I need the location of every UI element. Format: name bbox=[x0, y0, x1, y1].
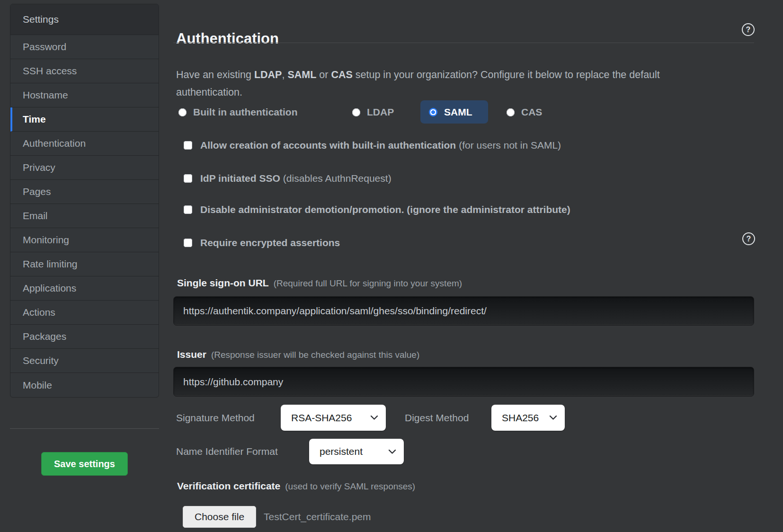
chevron-down-icon bbox=[549, 415, 557, 420]
checkbox-row-disable-admin-demotion: Disable administrator demotion/promotion… bbox=[184, 204, 573, 216]
radio-label[interactable]: LDAP bbox=[367, 106, 394, 118]
save-settings-button[interactable]: Save settings bbox=[41, 452, 128, 476]
issuer-input[interactable] bbox=[173, 367, 754, 397]
sidebar-item-pages[interactable]: Pages bbox=[10, 180, 159, 204]
chevron-down-icon bbox=[370, 415, 378, 420]
sidebar-item-password[interactable]: Password bbox=[10, 35, 159, 59]
digest-method-select[interactable]: SHA256 bbox=[491, 405, 565, 431]
page: Settings Password SSH access Hostname Ti… bbox=[0, 0, 783, 532]
digest-method-label: Digest Method bbox=[405, 412, 469, 424]
settings-sidebar: Settings Password SSH access Hostname Ti… bbox=[10, 4, 159, 398]
verification-certificate-file-row: Choose file TestCert_certificate.pem bbox=[183, 506, 371, 528]
sso-url-label: Single sign-on URL (Required full URL fo… bbox=[177, 277, 462, 289]
checkbox-label[interactable]: Require encrypted assertions bbox=[200, 237, 343, 248]
sidebar-item-mobile[interactable]: Mobile bbox=[10, 373, 159, 397]
chevron-down-icon bbox=[388, 449, 396, 454]
checkbox[interactable] bbox=[184, 239, 192, 247]
sidebar-item-privacy[interactable]: Privacy bbox=[10, 156, 159, 180]
radio-ldap[interactable]: LDAP bbox=[352, 106, 394, 118]
checkbox[interactable] bbox=[184, 141, 192, 150]
checkbox-label[interactable]: Allow creation of accounts with built-in… bbox=[200, 140, 561, 151]
sidebar-item-time[interactable]: Time bbox=[10, 107, 159, 132]
name-identifier-format-select[interactable]: persistent bbox=[309, 439, 404, 464]
sidebar-item-hostname[interactable]: Hostname bbox=[10, 83, 159, 107]
radio-label[interactable]: Built in authentication bbox=[193, 106, 298, 118]
sidebar-item-actions[interactable]: Actions bbox=[10, 301, 159, 325]
sidebar-item-security[interactable]: Security bbox=[10, 349, 159, 373]
sidebar-item-monitoring[interactable]: Monitoring bbox=[10, 228, 159, 252]
radio-built-in-authentication[interactable]: Built in authentication bbox=[178, 106, 298, 118]
sidebar-item-email[interactable]: Email bbox=[10, 204, 159, 228]
signature-method-select[interactable]: RSA-SHA256 bbox=[281, 405, 386, 431]
sidebar-item-authentication[interactable]: Authentication bbox=[10, 132, 159, 156]
sidebar-item-packages[interactable]: Packages bbox=[10, 325, 159, 349]
radio-label[interactable]: SAML bbox=[444, 106, 472, 118]
sidebar-item-ssh-access[interactable]: SSH access bbox=[10, 59, 159, 83]
sidebar-divider bbox=[10, 428, 159, 429]
name-identifier-format-label: Name Identifier Format bbox=[176, 445, 278, 458]
checkbox[interactable] bbox=[184, 205, 192, 214]
sidebar-title: Settings bbox=[10, 4, 159, 35]
sso-url-input[interactable] bbox=[173, 296, 754, 326]
radio-icon[interactable] bbox=[352, 108, 360, 116]
radio-selected-icon[interactable] bbox=[429, 108, 437, 116]
radio-label[interactable]: CAS bbox=[521, 106, 542, 118]
checkbox-label[interactable]: Disable administrator demotion/promotion… bbox=[200, 204, 573, 215]
verification-certificate-label: Verification certificate (used to verify… bbox=[177, 480, 415, 492]
issuer-label: Issuer (Response issuer will be checked … bbox=[177, 349, 419, 360]
checkbox[interactable] bbox=[184, 174, 192, 183]
chosen-filename: TestCert_certificate.pem bbox=[264, 511, 371, 523]
checkbox-row-allow-builtin-accounts: Allow creation of accounts with built-in… bbox=[184, 139, 561, 151]
signature-method-label: Signature Method bbox=[176, 412, 255, 424]
choose-file-button[interactable]: Choose file bbox=[183, 506, 256, 528]
checkbox-row-require-encrypted-assertions: Require encrypted assertions bbox=[184, 237, 343, 249]
checkbox-label[interactable]: IdP initiated SSO(disables AuthnRequest) bbox=[200, 173, 392, 184]
page-title: Authentication bbox=[176, 30, 279, 48]
radio-icon[interactable] bbox=[178, 108, 187, 116]
radio-saml-selected[interactable]: SAML bbox=[420, 100, 488, 124]
checkbox-row-idp-initiated-sso: IdP initiated SSO(disables AuthnRequest) bbox=[184, 172, 392, 185]
help-icon[interactable]: ? bbox=[742, 23, 755, 36]
sidebar-item-applications[interactable]: Applications bbox=[10, 276, 159, 301]
sidebar-item-rate-limiting[interactable]: Rate limiting bbox=[10, 252, 159, 276]
radio-icon[interactable] bbox=[507, 108, 515, 116]
radio-cas[interactable]: CAS bbox=[507, 106, 542, 118]
help-icon[interactable]: ? bbox=[742, 232, 755, 245]
intro-text: Have an existing LDAP, SAML or CAS setup… bbox=[176, 66, 687, 101]
title-divider bbox=[173, 43, 754, 43]
